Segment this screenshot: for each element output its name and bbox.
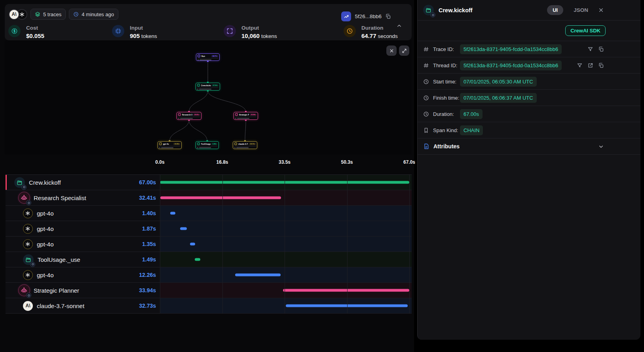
dollar-icon	[8, 25, 21, 37]
attributes-label: Attributes	[433, 143, 460, 150]
node-type-icon	[235, 113, 238, 116]
node-subtitle-icon	[198, 59, 199, 61]
tab-json[interactable]: JSON	[571, 7, 591, 13]
span-row[interactable]: Crew.kickoff67.00s	[6, 175, 412, 190]
close-graph-button[interactable]	[386, 45, 397, 56]
detail-row-finishtime: Finish time:07/01/2025, 06:06:37 AM UTC	[418, 90, 640, 106]
graph-node-research[interactable]: Research Speciali...32.41s	[177, 112, 201, 120]
trace-age-chip[interactable]: 4 minutes ago	[69, 9, 118, 20]
span-row[interactable]: gpt-4o1.40s	[6, 206, 412, 221]
summary-chips-row: A\ 5 traces 4 minutes ago	[9, 9, 118, 20]
traces-count-chip[interactable]: 5 traces	[30, 9, 66, 20]
graph-node-run[interactable]: Run64.77s	[196, 53, 220, 61]
clock-icon	[73, 11, 79, 17]
span-duration-bar[interactable]	[170, 212, 175, 215]
span-name: ToolUsage._use	[38, 256, 80, 263]
node-subtitle-icon	[235, 118, 236, 119]
clock-icon	[423, 95, 429, 101]
attributes-section-toggle[interactable]: Attributes	[418, 138, 640, 155]
stat-value: 64.77seconds	[361, 32, 398, 39]
stat-value: 905tokens	[130, 32, 157, 39]
span-name: gpt-4o	[37, 241, 54, 248]
graph-node-strategic[interactable]: Strategic Planner33.94s	[234, 112, 258, 120]
node-title: Crew.kickoff	[201, 84, 211, 87]
span-duration-bar[interactable]	[286, 305, 408, 307]
detail-label: Finish time:	[433, 95, 460, 101]
close-panel-button[interactable]	[598, 7, 604, 13]
span-duration: 1.40s	[142, 210, 156, 216]
detail-label: Trace ID:	[433, 46, 460, 52]
span-name-cell[interactable]: ToolUsage._use1.49s	[6, 252, 160, 267]
span-row[interactable]: gpt-4o1.35s	[6, 237, 412, 252]
span-duration-bar[interactable]	[190, 243, 195, 246]
node-subtitle-row	[235, 117, 256, 119]
graph-node-crew[interactable]: Crew.kickoff67.00s	[196, 83, 220, 91]
span-name: Research Specialist	[34, 195, 86, 201]
tab-ui[interactable]: UI	[547, 5, 563, 15]
crewai-icon	[23, 254, 34, 265]
span-gantt-cell	[160, 206, 412, 221]
stat-label: Output	[241, 25, 277, 31]
trend-badge-icon[interactable]	[341, 11, 351, 21]
span-name-cell[interactable]: A\claude-3.7-sonnet32.73s	[6, 298, 160, 314]
agentops-badge-icon	[21, 185, 27, 190]
agentops-badge-icon	[26, 293, 31, 298]
filter-icon[interactable]	[577, 62, 583, 68]
span-row[interactable]: Strategic Planner33.94s	[6, 283, 412, 298]
span-duration-bar[interactable]	[195, 258, 200, 261]
span-row[interactable]: ToolUsage._use1.49s	[6, 252, 412, 267]
panel-title: Crew.kickoff	[439, 7, 473, 13]
graph-node-tool[interactable]: ToolUsage._use1.49s	[196, 141, 219, 149]
span-gantt-cell	[160, 252, 412, 267]
stat-text: Input905tokens	[130, 25, 157, 39]
span-duration-bar[interactable]	[160, 197, 281, 199]
stat-label: Input	[130, 25, 157, 31]
span-name-cell[interactable]: gpt-4o1.35s	[6, 237, 160, 252]
detail-value-chip: 07/01/2025, 06:06:37 AM UTC	[460, 93, 537, 103]
detail-panel: Crew.kickoff UI JSON CrewAI SDK Trace ID…	[417, 0, 640, 340]
axis-tick: 33.5s	[279, 159, 291, 165]
filter-icon[interactable]	[587, 46, 593, 52]
span-duration-bar[interactable]	[235, 274, 281, 276]
span-row[interactable]: A\claude-3.7-sonnet32.73s	[6, 298, 412, 314]
span-name-cell[interactable]: Strategic Planner33.94s	[6, 283, 160, 298]
span-row[interactable]: gpt-4o1.87s	[6, 221, 412, 237]
openai-icon	[23, 208, 33, 218]
span-duration-bar[interactable]	[283, 289, 409, 292]
expand-graph-button[interactable]	[399, 45, 409, 56]
copy-trace-id-button[interactable]	[385, 13, 391, 19]
crewai-icon	[14, 177, 25, 188]
span-name-cell[interactable]: gpt-4o1.87s	[6, 221, 160, 237]
copy-icon[interactable]	[598, 62, 604, 68]
graph-node-claude[interactable]: claude-3.7-sonnet32.73s	[233, 141, 257, 149]
span-duration-bar[interactable]	[160, 181, 409, 184]
span-name-cell[interactable]: Crew.kickoff67.00s	[6, 175, 160, 190]
stat-text: Output10,060tokens	[241, 25, 277, 39]
span-duration-bar[interactable]	[180, 227, 187, 230]
external-link-icon[interactable]	[587, 62, 593, 68]
span-name: Crew.kickoff	[29, 179, 61, 186]
detail-row-spankind: Span Kind:CHAIN	[418, 122, 640, 138]
span-duration: 32.73s	[139, 303, 156, 309]
detail-actions	[587, 46, 604, 52]
stat-label: Cost	[26, 25, 44, 31]
node-type-icon	[159, 142, 162, 145]
stat-input: Input905tokens	[112, 25, 157, 39]
span-name-cell[interactable]: gpt-4o12.26s	[6, 267, 160, 283]
copy-icon[interactable]	[598, 46, 604, 52]
agent-robot-icon	[19, 192, 30, 203]
span-name-cell[interactable]: gpt-4o1.40s	[6, 206, 160, 221]
span-duration: 32.41s	[139, 195, 156, 201]
sdk-badge: CrewAI SDK	[565, 25, 606, 36]
span-name-cell[interactable]: Research Specialist32.41s	[6, 190, 160, 206]
node-subtitle-row	[159, 146, 180, 148]
span-row[interactable]: Research Specialist32.41s	[6, 190, 412, 206]
node-type-icon	[198, 55, 200, 57]
span-row[interactable]: gpt-4o12.26s	[6, 267, 412, 283]
trace-id-short: 5f26...8bb6	[355, 13, 382, 19]
node-title: gpt-4o	[163, 143, 169, 145]
agentops-badge-icon	[26, 200, 31, 205]
stat-unit: tokens	[261, 33, 277, 39]
bookmark-icon	[423, 127, 429, 133]
graph-node-gpt[interactable]: gpt-4o12.26s	[158, 141, 182, 149]
